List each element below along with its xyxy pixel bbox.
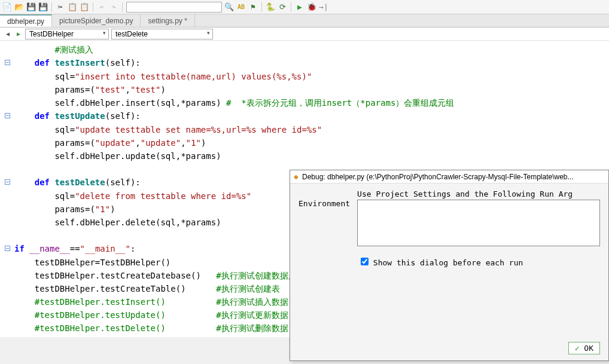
- method-dropdown-value: testDelete: [115, 30, 148, 38]
- new-file-icon[interactable]: 📄: [2, 2, 12, 12]
- toolbar-separator: [51, 2, 52, 12]
- debug-icon: ◆: [294, 173, 299, 180]
- undo-icon[interactable]: ↶: [97, 2, 106, 12]
- nav-prev-icon[interactable]: ◀: [4, 30, 12, 37]
- toolbar-separator: [122, 2, 123, 12]
- fold-icon[interactable]: [5, 179, 10, 185]
- method-dropdown[interactable]: testDelete: [111, 29, 213, 39]
- save-icon[interactable]: 💾: [26, 2, 36, 12]
- class-dropdown-value: TestDBHelper: [29, 30, 74, 38]
- debug-arguments-dialog: ◆ Debug: dbhelper.py (e:\PythonProj\Pyth…: [290, 170, 609, 361]
- toolbar-separator: [291, 2, 291, 12]
- fold-icon[interactable]: [5, 246, 10, 251]
- check-icon: ✓: [575, 344, 580, 353]
- tab-dbhelper[interactable]: dbhelper.py: [0, 14, 52, 27]
- refresh-icon[interactable]: ⟳: [278, 2, 287, 12]
- fold-icon[interactable]: [5, 113, 10, 118]
- environment-label: Environment: [299, 189, 350, 208]
- ok-button[interactable]: ✓ OK: [568, 342, 600, 354]
- tab-picturespider[interactable]: pictureSpider_demo.py: [52, 14, 141, 27]
- dialog-title-text: Debug: dbhelper.py (e:\PythonProj\Python…: [302, 173, 574, 181]
- nav-next-icon[interactable]: ▶: [14, 30, 23, 37]
- search-icon[interactable]: 🔍: [224, 2, 234, 12]
- tab-label: settings.py *: [148, 17, 187, 25]
- toolbar-separator: [93, 2, 93, 12]
- cut-icon[interactable]: ✂: [56, 2, 65, 12]
- class-dropdown[interactable]: TestDBHelper: [25, 29, 109, 39]
- quick-search-input[interactable]: [126, 2, 222, 13]
- toolbar-separator: [261, 2, 262, 12]
- run-icon[interactable]: ▶: [295, 2, 304, 12]
- redo-icon[interactable]: ↷: [109, 2, 118, 12]
- open-icon[interactable]: 📂: [14, 2, 24, 12]
- show-dialog-checkbox[interactable]: [361, 258, 369, 265]
- tab-label: dbhelper.py: [7, 17, 44, 26]
- show-dialog-checkbox-label[interactable]: Show this dialog before each run: [361, 258, 523, 267]
- stop-icon[interactable]: →|: [319, 2, 328, 12]
- editor-tabs: dbhelper.py pictureSpider_demo.py settin…: [0, 14, 609, 27]
- member-navigator: ◀ ▶ TestDBHelper testDelete: [0, 27, 609, 41]
- tab-settings[interactable]: settings.py *: [141, 14, 194, 27]
- paste-icon[interactable]: 📋: [80, 2, 89, 12]
- field-title: Use Project Settings and the Following R…: [357, 189, 600, 198]
- code-line: #测试插入: [14, 43, 609, 56]
- fold-icon[interactable]: [5, 60, 10, 65]
- save-all-icon[interactable]: 💾: [38, 2, 48, 12]
- main-toolbar: 📄 📂 💾 💾 ✂ 📋 📋 ↶ ↷ 🔍 AB ⚑ 🐍 ⟳ ▶ 🐞 →|: [0, 0, 609, 14]
- bookmark-icon[interactable]: ⚑: [248, 2, 258, 12]
- tab-label: pictureSpider_demo.py: [59, 17, 133, 25]
- find-replace-icon[interactable]: AB: [236, 2, 246, 12]
- python-icon[interactable]: 🐍: [266, 2, 275, 12]
- debug-icon[interactable]: 🐞: [307, 2, 316, 12]
- copy-icon[interactable]: 📋: [68, 2, 77, 12]
- run-arguments-input[interactable]: [357, 200, 600, 246]
- dialog-titlebar[interactable]: ◆ Debug: dbhelper.py (e:\PythonProj\Pyth…: [290, 170, 608, 183]
